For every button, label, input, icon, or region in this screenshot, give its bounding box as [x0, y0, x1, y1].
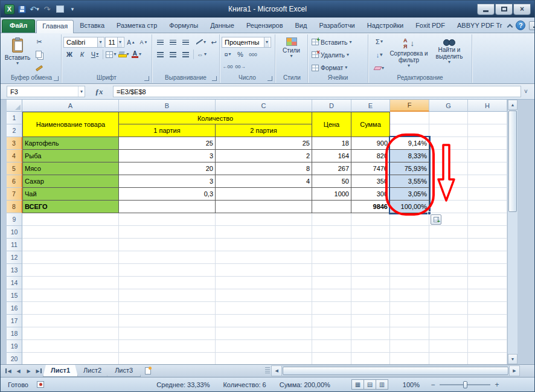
grid-cell-A13[interactable] — [22, 264, 119, 277]
align-middle-button[interactable] — [167, 37, 179, 48]
grid-cell-A12[interactable] — [22, 251, 119, 264]
font-color-button[interactable]: А▾ — [130, 49, 143, 60]
cell-B3[interactable]: 25 — [119, 137, 216, 150]
grid-cell-G18[interactable] — [429, 327, 468, 340]
grid-cell-F15[interactable] — [390, 289, 429, 302]
sheet-tab-Лист3[interactable]: Лист3 — [107, 365, 141, 377]
grid-cell-C16[interactable] — [216, 302, 312, 315]
cell-B4[interactable]: 3 — [119, 150, 216, 162]
decrease-decimal-button[interactable]: 00→ — [234, 61, 246, 72]
grid-cell-H13[interactable] — [468, 264, 507, 277]
grid-cell-F13[interactable] — [390, 264, 429, 277]
insert-worksheet-button[interactable] — [141, 365, 155, 377]
insert-function-button[interactable]: ƒx — [95, 87, 103, 97]
grid-cell-F2[interactable] — [390, 124, 429, 137]
grid-cell-H19[interactable] — [468, 340, 507, 353]
shrink-font-button[interactable]: А▼ — [138, 37, 150, 48]
grid-cell-E13[interactable] — [351, 264, 390, 277]
cell-B8[interactable] — [119, 201, 216, 213]
number-dialog-launcher-icon[interactable] — [268, 76, 272, 81]
grid-cell-H11[interactable] — [468, 239, 507, 251]
cell-D4[interactable]: 164 — [312, 150, 351, 162]
cell-D6[interactable]: 50 — [312, 175, 351, 188]
paste-button[interactable]: Вставить ▾ — [4, 36, 31, 74]
grid-cell-H16[interactable] — [468, 302, 507, 315]
help-icon[interactable]: ? — [516, 21, 525, 30]
grid-cell-H7[interactable] — [468, 188, 507, 201]
zoom-level[interactable]: 100% — [403, 381, 420, 388]
align-bottom-button[interactable] — [179, 37, 191, 48]
row-header-17[interactable]: 17 — [7, 315, 22, 327]
expand-formula-bar-icon[interactable]: ˅ — [521, 88, 531, 95]
grid-cell-G4[interactable] — [429, 150, 468, 162]
grid-cell-E16[interactable] — [351, 302, 390, 315]
cell-C8[interactable] — [216, 201, 312, 213]
name-box[interactable]: F3 ▾ — [7, 86, 85, 97]
grid-cell-D11[interactable] — [312, 239, 351, 251]
grid-cell-G12[interactable] — [429, 251, 468, 264]
cell-F5[interactable]: 75,93% — [390, 162, 429, 175]
vertical-scrollbar[interactable]: ▲ ▼ — [507, 100, 517, 364]
workbook-minimize-button[interactable] — [529, 21, 535, 30]
cell-B2[interactable]: 1 партия — [119, 124, 216, 137]
grid-cell-H3[interactable] — [468, 137, 507, 150]
zoom-out-button[interactable]: − — [429, 381, 437, 389]
grid-cell-F16[interactable] — [390, 302, 429, 315]
grid-cell-E17[interactable] — [351, 315, 390, 327]
grid-cell-H14[interactable] — [468, 277, 507, 289]
cell-D5[interactable]: 267 — [312, 162, 351, 175]
grid-cell-B15[interactable] — [119, 289, 216, 302]
cell-E6[interactable]: 350 — [351, 175, 390, 188]
cell-C5[interactable]: 8 — [216, 162, 312, 175]
grid-cell-B12[interactable] — [119, 251, 216, 264]
grid-cell-D14[interactable] — [312, 277, 351, 289]
align-left-button[interactable] — [154, 49, 166, 60]
sheet-tab-Лист2[interactable]: Лист2 — [75, 365, 109, 377]
grid-cell-C19[interactable] — [216, 340, 312, 353]
grid-cell-D10[interactable] — [312, 226, 351, 239]
row-header-8[interactable]: 8 — [7, 201, 22, 213]
row-header-11[interactable]: 11 — [7, 239, 22, 251]
scroll-down-button[interactable]: ▼ — [508, 354, 517, 364]
cell-B7[interactable]: 0,3 — [119, 188, 216, 201]
grid-cell-A15[interactable] — [22, 289, 119, 302]
row-header-19[interactable]: 19 — [7, 340, 22, 353]
align-right-button[interactable] — [179, 49, 191, 60]
ribbon-tab-Foxit PDF[interactable]: Foxit PDF — [409, 19, 451, 33]
comma-style-button[interactable]: 000 — [247, 49, 259, 60]
column-header-D[interactable]: D — [312, 100, 351, 112]
font-size-combo[interactable]: 11▾ — [105, 37, 124, 48]
page-break-view-button[interactable]: ▥ — [376, 379, 388, 390]
grid-cell-F19[interactable] — [390, 340, 429, 353]
grid-cell-A19[interactable] — [22, 340, 119, 353]
cell-F7[interactable]: 3,05% — [390, 188, 429, 201]
formula-input[interactable]: =E3/$E$8 — [113, 86, 521, 97]
ribbon-tab-Файл[interactable]: Файл — [2, 19, 35, 33]
grid-cell-B17[interactable] — [119, 315, 216, 327]
grid-cell-A14[interactable] — [22, 277, 119, 289]
maximize-button[interactable] — [495, 4, 513, 15]
grid-cell-A20[interactable] — [22, 353, 119, 364]
excel-logo-icon[interactable]: X — [4, 4, 14, 14]
column-header-B[interactable]: B — [119, 100, 216, 112]
ribbon-tab-Вставка[interactable]: Вставка — [74, 19, 111, 33]
fill-button[interactable]: ↓▾ — [370, 50, 388, 60]
grid-cell-H2[interactable] — [468, 124, 507, 137]
grid-cell-C15[interactable] — [216, 289, 312, 302]
clear-button[interactable]: ▾ — [370, 63, 388, 74]
cell-B1[interactable]: Количество — [119, 112, 312, 124]
bold-button[interactable]: Ж — [63, 49, 75, 60]
grid-cell-G14[interactable] — [429, 277, 468, 289]
grid-cell-G13[interactable] — [429, 264, 468, 277]
cell-E8[interactable]: 9846 — [351, 201, 390, 213]
horizontal-scroll-thumb[interactable] — [283, 367, 508, 375]
grid-cell-H9[interactable] — [468, 213, 507, 226]
row-header-10[interactable]: 10 — [7, 226, 22, 239]
grid-cell-F9[interactable] — [390, 213, 429, 226]
cell-F6[interactable]: 3,55% — [390, 175, 429, 188]
grid-cell-F12[interactable] — [390, 251, 429, 264]
merge-center-button[interactable]: ⇔▾ — [196, 49, 208, 60]
ribbon-tab-Данные[interactable]: Данные — [204, 19, 240, 33]
row-header-18[interactable]: 18 — [7, 327, 22, 340]
grid-cell-G19[interactable] — [429, 340, 468, 353]
